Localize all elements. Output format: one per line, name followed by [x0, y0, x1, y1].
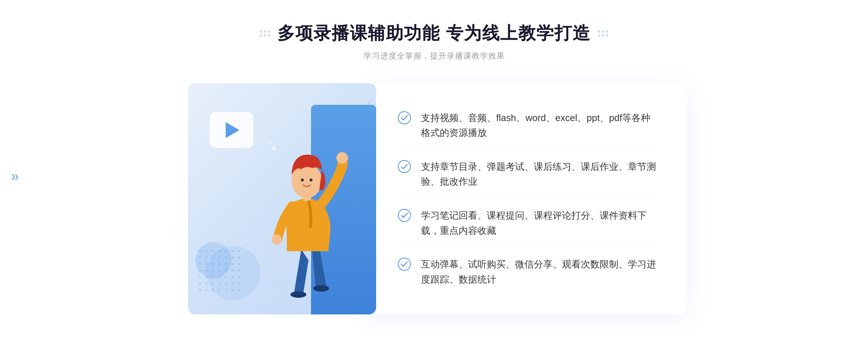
feature-text-3: 学习笔记回看、课程提问、课程评论打分、课件资料下载，重点内容收藏	[421, 208, 658, 238]
main-title: 多项录播课辅助功能 专为线上教学打造	[277, 22, 590, 45]
header-title-row: 多项录播课辅助功能 专为线上教学打造	[260, 22, 608, 45]
left-chevron-decoration: »	[11, 168, 19, 184]
svg-point-9	[278, 143, 281, 145]
svg-point-14	[398, 258, 410, 270]
page-wrapper: » 多项录播课辅助功能 专为线上教学打造 学习进度全掌握，提升录播课教学效果	[0, 0, 868, 352]
feature-item-3: 学习笔记回看、课程提问、课程评论打分、课件资料下载，重点内容收藏	[398, 199, 658, 247]
illustration-bg: 《	[188, 83, 376, 314]
play-triangle-icon	[226, 122, 239, 138]
svg-point-6	[301, 179, 304, 181]
feature-text-4: 互动弹幕、试听购买、微信分享、观看次数限制、学习进度跟踪、数据统计	[421, 257, 658, 287]
svg-point-8	[272, 146, 276, 150]
check-icon-1	[398, 111, 411, 124]
feature-item-1: 支持视频、音频、flash、word、excel、ppt、pdf等各种格式的资源…	[398, 102, 658, 150]
svg-point-2	[336, 152, 348, 164]
svg-point-3	[272, 235, 282, 245]
svg-point-1	[313, 285, 329, 292]
svg-point-11	[398, 112, 410, 124]
check-icon-2	[398, 160, 411, 173]
content-card: 支持视频、音频、flash、word、excel、ppt、pdf等各种格式的资源…	[369, 83, 687, 314]
content-section: 《	[181, 83, 687, 314]
illustration-wrapper: 《	[181, 83, 383, 314]
svg-point-12	[398, 160, 410, 173]
feature-item-4: 互动弹幕、试听购买、微信分享、观看次数限制、学习进度跟踪、数据统计	[398, 248, 658, 296]
header-section: 多项录播课辅助功能 专为线上教学打造 学习进度全掌握，提升录播课教学效果	[260, 22, 608, 61]
sub-title: 学习进度全掌握，提升录播课教学效果	[260, 51, 608, 61]
svg-point-0	[290, 291, 306, 298]
svg-point-7	[310, 179, 312, 181]
svg-point-13	[398, 209, 410, 222]
feature-item-2: 支持章节目录、弹题考试、课后练习、课后作业、章节测验、批改作业	[398, 151, 658, 198]
person-illustration	[245, 119, 368, 314]
feature-text-2: 支持章节目录、弹题考试、课后练习、课后作业、章节测验、批改作业	[421, 159, 658, 189]
feature-text-1: 支持视频、音频、flash、word、excel、ppt、pdf等各种格式的资源…	[421, 111, 658, 141]
check-icon-4	[398, 258, 411, 271]
svg-point-10	[269, 142, 272, 144]
check-icon-3	[398, 209, 411, 222]
title-dots-left	[260, 30, 270, 37]
title-dots-right	[598, 30, 608, 37]
